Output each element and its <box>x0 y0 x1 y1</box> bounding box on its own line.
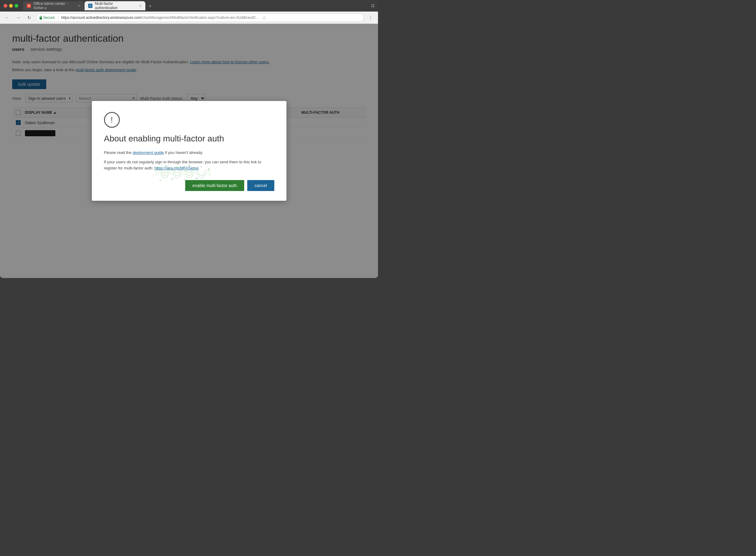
browser-menu-button[interactable]: ⋮ <box>366 15 375 20</box>
tab-office-admin[interactable]: O Office Admin center - Active u ✕ <box>23 1 84 10</box>
forward-button[interactable]: → <box>14 13 23 22</box>
modal-body-line2: If your users do not regularly sign in t… <box>104 159 274 172</box>
tab-office-close[interactable]: ✕ <box>77 4 80 8</box>
title-bar: O Office Admin center - Active u ✕ ⬡ Mul… <box>0 0 378 11</box>
azure-favicon: ⬡ <box>88 4 93 8</box>
tabs-bar: O Office Admin center - Active u ✕ ⬡ Mul… <box>23 1 369 10</box>
browser-window: O Office Admin center - Active u ✕ ⬡ Mul… <box>0 0 378 278</box>
modal-body-line1: Please read the deployment guide if you … <box>104 150 274 156</box>
svg-point-8 <box>172 178 173 179</box>
cancel-button[interactable]: cancel <box>247 180 274 191</box>
tab-office-label: Office Admin center - Active u <box>33 2 75 10</box>
url-display: https://account.activedirectory.windowsa… <box>61 15 259 20</box>
modal-buttons: enable multi-factor auth cancel <box>104 180 274 191</box>
close-button[interactable] <box>4 4 7 8</box>
tab-mfa-label: Multi-factor authentication <box>95 2 137 10</box>
maximize-button[interactable] <box>14 4 18 8</box>
browser-controls: ← → ↻ Secure | https://account.activedir… <box>0 11 378 24</box>
modal-overlay: ! About enabling multi-factor auth Pleas… <box>0 24 378 278</box>
refresh-button[interactable]: ↻ <box>25 13 33 22</box>
modal-body: Please read the deployment guide if you … <box>104 150 274 172</box>
enable-mfa-button[interactable]: enable multi-factor auth <box>185 180 244 191</box>
traffic-lights <box>4 4 18 8</box>
svg-point-10 <box>196 178 197 179</box>
address-bar[interactable]: Secure | https://account.activedirectory… <box>36 13 364 22</box>
svg-point-9 <box>184 179 185 180</box>
bookmark-button[interactable]: ☆ <box>262 15 266 21</box>
svg-point-7 <box>160 180 160 181</box>
new-tab-button[interactable]: + <box>146 2 154 10</box>
modal-deployment-guide-link[interactable]: deployment guide <box>133 150 164 155</box>
minimize-button[interactable] <box>9 4 13 8</box>
lock-icon <box>39 16 42 20</box>
office-favicon: O <box>27 4 31 8</box>
modal-title: About enabling multi-factor auth <box>104 134 274 144</box>
extension-icon[interactable] <box>371 4 374 7</box>
modal-mfa-setup-link[interactable]: https://aka.ms/MFASetup <box>154 166 199 170</box>
secure-badge: Secure <box>39 15 55 20</box>
back-button[interactable]: ← <box>3 13 11 22</box>
page-content: multi-factor authentication users servic… <box>0 24 378 278</box>
tab-mfa-close[interactable]: ✕ <box>139 4 142 8</box>
modal-dialog: ! About enabling multi-factor auth Pleas… <box>92 101 286 201</box>
tab-mfa[interactable]: ⬡ Multi-factor authentication ✕ <box>84 1 145 10</box>
svg-rect-0 <box>40 18 42 20</box>
modal-alert-icon: ! <box>104 112 120 128</box>
